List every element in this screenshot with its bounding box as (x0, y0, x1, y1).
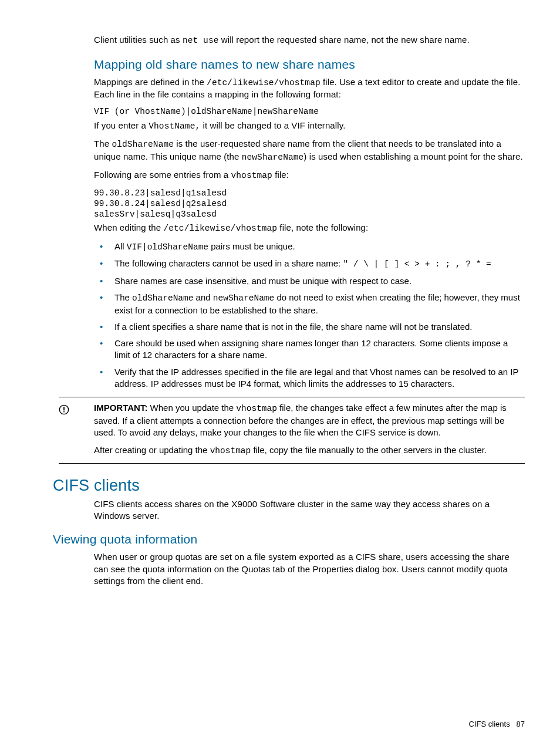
important-note-block: IMPORTANT: When you update the vhostmap … (59, 397, 525, 464)
list-item: Verify that the IP addresses specified i… (94, 366, 525, 390)
code-text: /etc/likewise/vhostmap (207, 78, 321, 87)
text: file, note the following: (277, 222, 368, 232)
document-page: Client utilities such as net use will re… (0, 0, 560, 587)
code-text: vhostmap (210, 446, 251, 455)
code-text: vhostmap (231, 171, 272, 180)
page-footer: CIFS clients 87 (469, 720, 525, 728)
paragraph: IMPORTANT: When you update the vhostmap … (59, 402, 525, 438)
text: The (94, 139, 112, 148)
code-text: oldShareName (132, 293, 193, 303)
code-block-example: 99.30.8.23|salesd|q1salesd 99.30.8.24|sa… (53, 188, 525, 220)
code-text: oldShareName (112, 140, 174, 149)
bullet-list: All VIF|oldShareName pairs must be uniqu… (53, 241, 525, 390)
paragraph: Client utilities such as net use will re… (53, 34, 525, 47)
text: Care should be used when assigning share… (114, 338, 508, 360)
text: it will be changed to a VIF internally. (200, 120, 345, 130)
list-item: The following characters cannot be used … (94, 258, 525, 271)
text: Following are some entries from a (94, 170, 231, 180)
heading-viewing-quota: Viewing quota information (53, 532, 525, 546)
code-text: " / \ | [ ] < > + : ; , ? * = (343, 259, 491, 269)
list-item: If a client specifies a share name that … (94, 321, 525, 333)
text: and (193, 292, 212, 302)
text: pairs must be unique. (208, 241, 295, 251)
text: will report the requested share name, no… (219, 35, 470, 45)
text: If you enter a (94, 120, 149, 130)
paragraph: Mappings are defined in the /etc/likewis… (53, 76, 525, 101)
svg-rect-1 (63, 407, 65, 410)
text: The following characters cannot be used … (114, 258, 343, 268)
paragraph: If you enter a VhostName, it will be cha… (53, 120, 525, 133)
heading-cifs-clients: CIFS clients (53, 477, 525, 495)
list-item: All VIF|oldShareName pairs must be uniqu… (94, 241, 525, 254)
paragraph: After creating or updating the vhostmap … (59, 444, 525, 457)
page-number: 87 (517, 720, 525, 728)
text: When editing the (94, 222, 163, 232)
text: If a client specifies a share name that … (114, 322, 473, 332)
important-label: IMPORTANT: (94, 403, 147, 413)
code-text: /etc/likewise/vhostmap (163, 224, 277, 233)
text: file: (272, 170, 289, 180)
code-text: net use (183, 36, 219, 45)
text: When you update the (147, 403, 236, 413)
code-text: VIF|oldShareName (127, 242, 208, 252)
text: file, copy the file manually to the othe… (251, 445, 487, 455)
code-text: vhostmap (236, 404, 277, 413)
text: ) is used when establishing a mount poin… (303, 151, 522, 161)
paragraph: When user or group quotas are set on a f… (53, 551, 525, 587)
heading-mapping: Mapping old share names to new share nam… (53, 58, 525, 72)
code-text: VhostName, (149, 121, 200, 131)
text: Share names are case insensitive, and mu… (114, 276, 411, 286)
paragraph: When editing the /etc/likewise/vhostmap … (53, 222, 525, 235)
footer-label: CIFS clients (469, 720, 510, 728)
svg-rect-2 (63, 411, 65, 413)
important-icon (59, 404, 69, 415)
list-item: Care should be used when assigning share… (94, 337, 525, 362)
code-text: newShareName (213, 293, 274, 303)
paragraph: The oldShareName is the user-requested s… (53, 138, 525, 163)
text: All (114, 241, 127, 251)
text: Verify that the IP addresses specified i… (114, 367, 518, 389)
list-item: The oldShareName and newShareName do not… (94, 292, 525, 316)
text: Client utilities such as (94, 35, 183, 45)
text: After creating or updating the (94, 445, 210, 455)
code-block-syntax: VIF (or VhostName)|oldShareName|newShare… (53, 106, 525, 117)
list-item: Share names are case insensitive, and mu… (94, 275, 525, 287)
text: Mappings are defined in the (94, 77, 207, 87)
paragraph: CIFS clients access shares on the X9000 … (53, 498, 525, 522)
paragraph: Following are some entries from a vhostm… (53, 169, 525, 182)
code-text: newShareName (242, 153, 304, 162)
text: The (114, 292, 132, 302)
